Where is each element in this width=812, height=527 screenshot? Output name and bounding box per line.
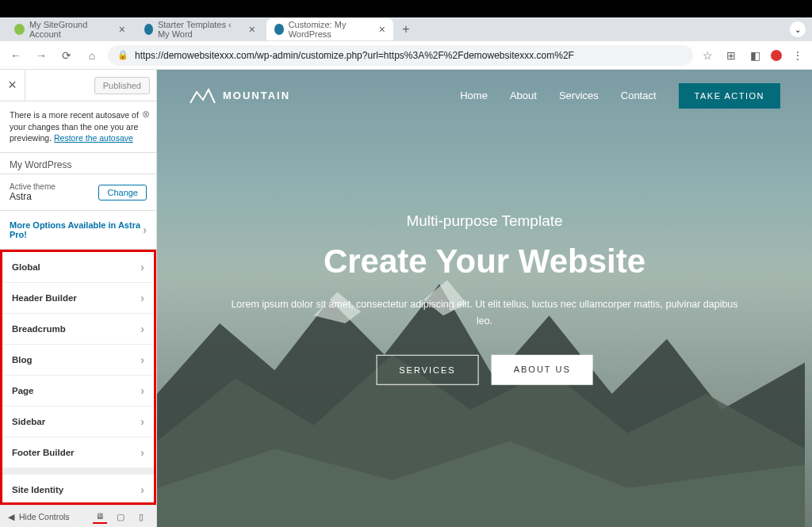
- hero-subtitle: Multi-purpose Template: [223, 212, 747, 229]
- panel-icon[interactable]: ◧: [747, 48, 763, 63]
- nav-contact[interactable]: Contact: [621, 90, 657, 101]
- panel-label: Footer Builder: [12, 448, 75, 457]
- tab-title: Starter Templates ‹ My Word: [158, 20, 244, 39]
- change-theme-button[interactable]: Change: [98, 185, 147, 200]
- about-us-button[interactable]: ABOUT US: [492, 355, 593, 385]
- new-tab-button[interactable]: +: [396, 20, 416, 39]
- customizer-footer: ◀ Hide Controls 🖥 ▢ ▯: [0, 505, 156, 527]
- hide-controls-button[interactable]: ◀ Hide Controls: [8, 512, 70, 521]
- dismiss-notice-icon[interactable]: ⊗: [142, 108, 150, 121]
- panel-blog[interactable]: Blog›: [2, 345, 154, 376]
- close-icon[interactable]: ×: [249, 23, 255, 36]
- hero-title: Create Your Website: [223, 242, 747, 280]
- active-theme-section: Active theme Astra Change: [0, 174, 156, 211]
- star-icon[interactable]: ☆: [699, 48, 715, 63]
- panel-label: Site Identity: [12, 485, 63, 495]
- panel-header-builder[interactable]: Header Builder›: [2, 283, 154, 314]
- hero-description: Lorem ipsum dolor sit amet, consectetur …: [223, 296, 747, 330]
- panel-global[interactable]: Global›: [2, 252, 154, 283]
- lock-icon: 🔒: [117, 50, 128, 60]
- panel-footer-builder[interactable]: Footer Builder›: [2, 437, 154, 468]
- autosave-notice: ⊗ There is a more recent autosave of you…: [0, 101, 156, 153]
- url-text: https://demowebsitexxx.com/wp-admin/cust…: [135, 50, 574, 61]
- browser-nav-bar: ← → ⟳ ⌂ 🔒 https://demowebsitexxx.com/wp-…: [0, 41, 812, 70]
- favicon-icon: [144, 24, 153, 35]
- panel-label: Global: [12, 262, 40, 272]
- browser-tab[interactable]: My SiteGround Account ×: [6, 18, 133, 40]
- chevron-right-icon: ›: [143, 223, 147, 236]
- back-button[interactable]: ←: [6, 46, 25, 65]
- customizer-header: × Published: [0, 70, 156, 101]
- site-preview: MOUNTAIN Home About Services Contact TAK…: [157, 70, 812, 527]
- panel-page[interactable]: Page›: [2, 376, 154, 407]
- hero-content: Multi-purpose Template Create Your Websi…: [223, 212, 747, 385]
- panel-label: Header Builder: [12, 293, 77, 303]
- collapse-icon: ◀: [8, 512, 14, 521]
- publish-button[interactable]: Published: [94, 77, 150, 94]
- close-customizer-button[interactable]: ×: [0, 70, 25, 101]
- pro-link-text: More Options Available in Astra Pro!: [10, 220, 143, 239]
- services-button[interactable]: SERVICES: [376, 355, 478, 385]
- close-icon[interactable]: ×: [379, 23, 385, 36]
- customizer-panels-list: Global› Header Builder› Breadcrumb› Blog…: [0, 250, 156, 505]
- chevron-right-icon: ›: [140, 323, 144, 335]
- tab-title: Customize: My WordPress: [289, 20, 374, 39]
- url-bar[interactable]: 🔒 https://demowebsitexxx.com/wp-admin/cu…: [108, 45, 693, 66]
- panel-label: Breadcrumb: [12, 324, 66, 334]
- favicon-icon: [274, 24, 284, 35]
- active-theme-label: Active theme: [10, 182, 56, 191]
- customizer-sidebar: × Published ⊗ There is a more recent aut…: [0, 70, 157, 527]
- browser-tab[interactable]: Starter Templates ‹ My Word ×: [136, 18, 263, 40]
- chevron-right-icon: ›: [140, 384, 144, 397]
- browser-tab-bar: My SiteGround Account × Starter Template…: [0, 17, 812, 41]
- theme-name: Astra: [10, 191, 56, 202]
- panel-label: Blog: [12, 355, 33, 365]
- window-titlebar: [0, 0, 812, 17]
- panel-site-identity[interactable]: Site Identity›: [2, 475, 154, 505]
- reload-button[interactable]: ⟳: [57, 46, 76, 65]
- tab-title: My SiteGround Account: [29, 20, 114, 39]
- mobile-preview-button[interactable]: ▯: [134, 510, 148, 524]
- take-action-button[interactable]: TAKE ACTION: [679, 83, 780, 109]
- site-header: MOUNTAIN Home About Services Contact TAK…: [157, 70, 812, 121]
- logo-text: MOUNTAIN: [223, 90, 290, 101]
- chevron-right-icon: ›: [140, 446, 144, 459]
- menu-icon[interactable]: ⋮: [790, 48, 806, 63]
- nav-services[interactable]: Services: [559, 90, 599, 101]
- home-button[interactable]: ⌂: [82, 46, 102, 65]
- nav-about[interactable]: About: [510, 90, 537, 101]
- chevron-right-icon: ›: [140, 292, 144, 304]
- chevron-right-icon: ›: [140, 353, 144, 366]
- extension-badge-icon[interactable]: [771, 50, 782, 61]
- forward-button[interactable]: →: [32, 46, 51, 65]
- chevron-right-icon: ›: [140, 415, 144, 428]
- chevron-right-icon: ›: [140, 483, 144, 496]
- hide-controls-label: Hide Controls: [19, 512, 70, 521]
- site-logo[interactable]: MOUNTAIN: [189, 86, 290, 105]
- panel-breadcrumb[interactable]: Breadcrumb›: [2, 314, 154, 345]
- restore-autosave-link[interactable]: Restore the autosave: [54, 133, 133, 143]
- site-title-label: My WordPress: [0, 153, 156, 174]
- extensions-icon[interactable]: ⊞: [723, 48, 739, 63]
- nav-home[interactable]: Home: [460, 90, 488, 101]
- tab-dropdown-icon[interactable]: ⌄: [790, 21, 806, 37]
- favicon-icon: [14, 24, 25, 35]
- browser-tab-active[interactable]: Customize: My WordPress ×: [266, 18, 393, 40]
- astra-pro-link[interactable]: More Options Available in Astra Pro! ›: [0, 211, 156, 250]
- close-icon[interactable]: ×: [119, 23, 125, 36]
- chevron-right-icon: ›: [140, 261, 144, 273]
- tablet-preview-button[interactable]: ▢: [113, 510, 128, 524]
- panel-sidebar[interactable]: Sidebar›: [2, 407, 154, 437]
- panel-label: Page: [12, 386, 34, 395]
- mountain-logo-icon: [189, 86, 216, 105]
- desktop-preview-button[interactable]: 🖥: [93, 510, 107, 524]
- panel-label: Sidebar: [12, 417, 45, 426]
